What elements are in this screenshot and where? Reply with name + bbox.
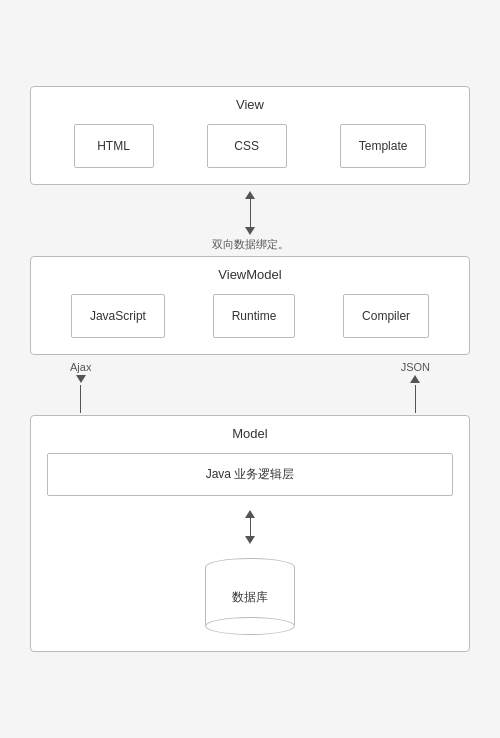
db-arrowhead-down <box>245 536 255 544</box>
java-box: Java 业务逻辑层 <box>47 453 453 496</box>
view-title: View <box>47 97 453 112</box>
viewmodel-items: JavaScript Runtime Compiler <box>47 294 453 338</box>
json-arrow-col: JSON <box>401 361 430 413</box>
bidirectional-arrow <box>245 191 255 235</box>
model-title: Model <box>47 426 453 441</box>
html-box: HTML <box>74 124 154 168</box>
compiler-box: Compiler <box>343 294 429 338</box>
view-items: HTML CSS Template <box>47 124 453 168</box>
arrow-view-vm: 双向数据绑定。 <box>30 185 470 256</box>
viewmodel-layer: ViewModel JavaScript Runtime Compiler <box>30 256 470 355</box>
arrow-vm-model: Ajax JSON <box>30 355 470 415</box>
ajax-arrowhead-down <box>76 375 86 383</box>
diagram: View HTML CSS Template 双向数据绑定。 ViewModel… <box>20 66 480 672</box>
arrow-label-binding: 双向数据绑定。 <box>212 237 289 252</box>
json-arrowhead-up <box>410 375 420 383</box>
view-layer: View HTML CSS Template <box>30 86 470 185</box>
javascript-box: JavaScript <box>71 294 165 338</box>
db-arrowhead-up <box>245 510 255 518</box>
json-label: JSON <box>401 361 430 373</box>
db-arrow <box>245 510 255 544</box>
runtime-box: Runtime <box>213 294 296 338</box>
json-line <box>415 385 416 413</box>
arrow-line <box>250 199 251 227</box>
arrowhead-up <box>245 191 255 199</box>
ajax-line <box>80 385 81 413</box>
template-box: Template <box>340 124 427 168</box>
ajax-arrow-col: Ajax <box>70 361 91 413</box>
ajax-label: Ajax <box>70 361 91 373</box>
cyl-bottom <box>205 617 295 635</box>
css-box: CSS <box>207 124 287 168</box>
viewmodel-title: ViewModel <box>47 267 453 282</box>
model-inner: Java 业务逻辑层 数据库 <box>47 453 453 635</box>
database-cylinder: 数据库 <box>205 558 295 635</box>
arrowhead-down <box>245 227 255 235</box>
db-line <box>250 518 251 536</box>
model-layer: Model Java 业务逻辑层 数据库 <box>30 415 470 652</box>
